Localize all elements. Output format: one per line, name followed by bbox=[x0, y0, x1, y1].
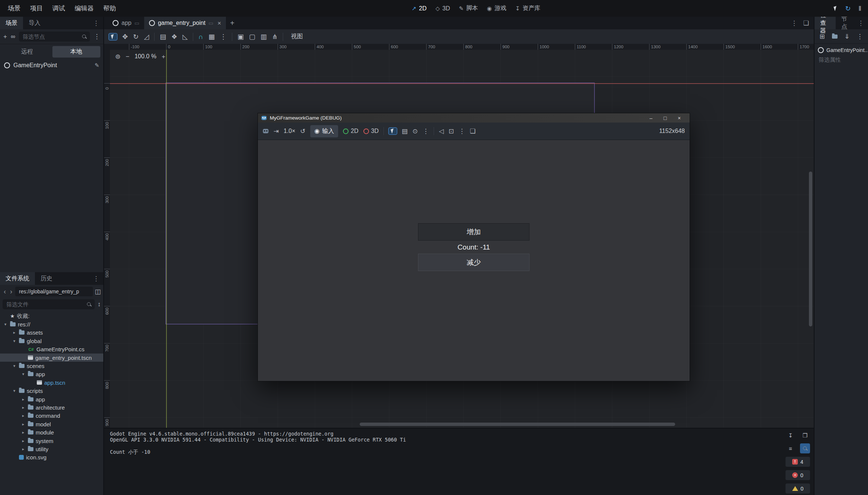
error-count-badge[interactable]: ×0 bbox=[786, 470, 810, 480]
scene-tree-root-node[interactable]: GameEntryPoint ✎ bbox=[0, 59, 103, 71]
smart-snap-icon[interactable]: ∩ bbox=[198, 33, 203, 40]
tab-inspector[interactable]: 检查器 bbox=[814, 17, 836, 29]
select-tool-icon[interactable] bbox=[109, 33, 117, 40]
tab-filesystem[interactable]: 文件系统 bbox=[0, 272, 35, 285]
menubar-item[interactable]: 项目 bbox=[25, 2, 48, 15]
file-tree-item[interactable]: ▾global bbox=[0, 337, 103, 345]
file-tree-item[interactable]: ▾res:// bbox=[0, 320, 103, 328]
unlock-node-icon[interactable]: ▢ bbox=[249, 33, 255, 40]
embed-fullscreen-icon[interactable]: ❏ bbox=[470, 128, 476, 134]
new-resource-icon[interactable]: ⊞ bbox=[819, 33, 825, 40]
inspector-options-icon[interactable]: ⋮ bbox=[857, 33, 863, 40]
suspend-select-icon[interactable] bbox=[834, 6, 838, 11]
debug-2d-toggle[interactable]: 2D bbox=[343, 128, 358, 134]
tree-expand-icon[interactable]: ▸ bbox=[21, 422, 26, 427]
sort-files-icon[interactable]: ↕ bbox=[98, 301, 101, 307]
snap-options-icon[interactable]: ⋮ bbox=[220, 33, 227, 40]
filter-nodes-input[interactable] bbox=[22, 33, 80, 40]
filter-files-input[interactable] bbox=[6, 301, 84, 308]
tree-collapse-icon[interactable]: ▾ bbox=[12, 339, 17, 343]
tab-scene[interactable]: 场景 bbox=[0, 17, 23, 29]
file-tree-item[interactable]: ▸assets bbox=[0, 329, 103, 337]
list-select-tool-icon[interactable]: ▤ bbox=[160, 33, 166, 40]
search-messages-icon[interactable] bbox=[800, 443, 810, 453]
debug-options-icon[interactable]: ⋮ bbox=[422, 128, 429, 134]
menubar-item[interactable]: 调试 bbox=[48, 2, 70, 15]
file-tree-item[interactable]: icon.svg bbox=[0, 453, 103, 462]
workspace-3d[interactable]: ◇3D bbox=[433, 3, 453, 14]
open-script-icon[interactable]: ✎ bbox=[94, 62, 99, 68]
restart-game-icon[interactable]: ↻ bbox=[845, 5, 851, 12]
file-tree-item[interactable]: ▾scenes bbox=[0, 362, 103, 370]
more-options-icon[interactable]: ⋮ bbox=[459, 128, 465, 134]
zoom-in-icon[interactable]: + bbox=[162, 53, 165, 60]
filter-messages-icon[interactable]: ≡ bbox=[786, 443, 796, 453]
tree-collapse-icon[interactable]: ▾ bbox=[3, 322, 8, 327]
tree-collapse-icon[interactable]: ▾ bbox=[21, 372, 26, 377]
workspace-资产库[interactable]: ↧资产库 bbox=[512, 3, 544, 14]
file-tree-item[interactable]: app.tscn bbox=[0, 378, 103, 387]
tree-expand-icon[interactable]: ▸ bbox=[21, 413, 26, 418]
tab-import[interactable]: 导入 bbox=[23, 17, 46, 29]
file-tree-item[interactable]: ▸architecture bbox=[0, 403, 103, 411]
tree-collapse-icon[interactable]: ▾ bbox=[12, 388, 17, 393]
scene-tab-game-entry-point[interactable]: game_entry_point ▭ × bbox=[144, 17, 226, 29]
next-frame-icon[interactable]: ⇥ bbox=[273, 128, 279, 134]
move-tool-icon[interactable]: ✥ bbox=[122, 33, 128, 40]
scroll-to-end-icon[interactable]: ↧ bbox=[786, 430, 796, 440]
file-tree-item[interactable]: C#GameEntryPoint.cs bbox=[0, 345, 103, 354]
copy-output-icon[interactable]: ❐ bbox=[800, 430, 810, 440]
decrease-button[interactable]: 减少 bbox=[418, 254, 529, 271]
tab-list-icon[interactable]: ⋮ bbox=[791, 20, 797, 26]
rotate-tool-icon[interactable]: ↻ bbox=[133, 33, 139, 40]
input-mode-button[interactable]: ◉ 输入 bbox=[310, 125, 338, 137]
new-scene-tab-icon[interactable]: + bbox=[226, 17, 239, 29]
reset-speed-icon[interactable]: ↺ bbox=[300, 128, 305, 134]
center-view-icon[interactable]: ⊚ bbox=[115, 53, 120, 60]
inspected-node-row[interactable]: GameEntryPoint... bbox=[814, 44, 868, 55]
history-forward-icon[interactable]: › bbox=[9, 288, 13, 295]
vertical-scrollbar[interactable] bbox=[809, 172, 812, 326]
debug-3d-toggle[interactable]: 3D bbox=[363, 128, 379, 134]
workspace-2d[interactable]: ↗2D bbox=[409, 3, 430, 14]
maximize-button[interactable]: □ bbox=[658, 115, 672, 121]
file-tree-item[interactable]: ▸utility bbox=[0, 445, 103, 453]
zoom-out-icon[interactable]: − bbox=[126, 53, 129, 60]
file-tree-item[interactable]: ▸app bbox=[0, 395, 103, 403]
scale-tool-icon[interactable]: ◿ bbox=[144, 33, 149, 40]
group-node-icon[interactable]: ▥ bbox=[260, 33, 267, 40]
pause-game-icon[interactable]: ‖ bbox=[859, 5, 861, 12]
file-tree-item[interactable]: ★收藏: bbox=[0, 312, 103, 320]
file-tree-item[interactable]: game_entry_point.tscn bbox=[0, 354, 103, 362]
tree-expand-icon[interactable]: ▸ bbox=[21, 397, 26, 402]
scene-tab-app[interactable]: app ▭ bbox=[108, 17, 144, 29]
history-back-icon[interactable]: ‹ bbox=[3, 288, 7, 295]
increase-button[interactable]: 增加 bbox=[418, 223, 529, 241]
file-tree-item[interactable]: ▾app bbox=[0, 370, 103, 378]
camera-override-icon[interactable]: ⊡ bbox=[448, 128, 454, 134]
remote-button[interactable]: 远程 bbox=[3, 46, 51, 58]
visibility-icon[interactable]: ⊙ bbox=[412, 128, 418, 134]
file-tree-item[interactable]: ▸command bbox=[0, 412, 103, 420]
tab-history[interactable]: 历史 bbox=[35, 272, 58, 285]
skeleton-options-icon[interactable]: ⋔ bbox=[272, 33, 278, 40]
instantiate-scene-icon[interactable]: ∞ bbox=[11, 33, 15, 40]
grid-snap-icon[interactable]: ▦ bbox=[208, 33, 215, 40]
local-button[interactable]: 本地 bbox=[52, 46, 101, 58]
workspace-脚本[interactable]: ✎脚本 bbox=[456, 3, 481, 14]
view-menu-button[interactable]: 视图 bbox=[288, 31, 305, 42]
tree-expand-icon[interactable]: ▸ bbox=[21, 447, 26, 452]
menubar-item[interactable]: 场景 bbox=[3, 2, 25, 15]
tree-expand-icon[interactable]: ▸ bbox=[21, 405, 26, 410]
menubar-item[interactable]: 帮助 bbox=[98, 2, 121, 15]
split-view-icon[interactable]: ◫ bbox=[95, 289, 101, 295]
load-resource-icon[interactable] bbox=[832, 35, 838, 39]
tree-expand-icon[interactable]: ▸ bbox=[21, 430, 26, 435]
close-tab-icon[interactable]: × bbox=[217, 20, 221, 26]
lock-node-icon[interactable]: ▣ bbox=[237, 33, 244, 40]
time-scale-label[interactable]: 1.0× bbox=[284, 128, 295, 134]
menubar-item[interactable]: 编辑器 bbox=[70, 2, 98, 15]
file-tree-item[interactable]: ▸system bbox=[0, 437, 103, 445]
filter-properties-input[interactable] bbox=[818, 56, 865, 63]
debug-count-badge[interactable]: !4 bbox=[786, 457, 810, 467]
